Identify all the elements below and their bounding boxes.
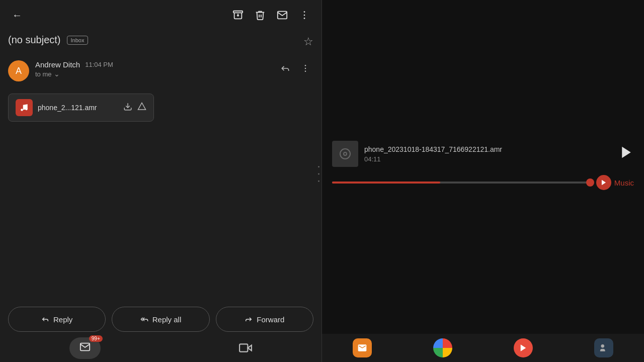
svg-point-6: [305, 68, 306, 69]
audio-progress-fill: [332, 182, 440, 184]
email-action-buttons: Reply Reply all Forward: [0, 307, 321, 332]
youtube-music-icon: [596, 175, 611, 190]
audio-info-row: phone_20231018-184317_7166922121.amr 04:…: [332, 141, 634, 167]
attachment-actions: [123, 102, 146, 114]
star-button[interactable]: ☆: [303, 35, 313, 48]
sender-name: Andrew Ditch: [35, 60, 80, 69]
archive-button[interactable]: [229, 6, 247, 24]
mail-badge: 99+: [89, 335, 103, 342]
mail-nav-icon: [79, 341, 91, 355]
svg-point-3: [304, 15, 305, 16]
attachment-drive-button[interactable]: [137, 102, 146, 114]
more-options-button[interactable]: [295, 6, 313, 24]
top-bar: ←: [0, 0, 321, 30]
email-actions: [277, 60, 313, 76]
panel-divider: • • •: [316, 166, 321, 184]
dock-gmail-icon[interactable]: [353, 338, 372, 357]
recipients-chevron[interactable]: ⌄: [54, 70, 60, 78]
attachment-area: phone_2...121.amr: [0, 85, 321, 128]
bottom-navigation: 99+: [0, 334, 321, 362]
svg-rect-13: [239, 344, 248, 351]
audio-duration: 04:11: [364, 155, 613, 163]
mark-unread-button[interactable]: [273, 6, 291, 24]
media-panel: phone_20231018-184317_7166922121.amr 04:…: [322, 0, 644, 362]
attachment-filename: phone_2...121.amr: [38, 104, 118, 112]
dock-app3-icon[interactable]: [514, 338, 533, 357]
svg-point-4: [304, 18, 305, 19]
to-label: to me: [35, 70, 52, 78]
forward-button[interactable]: Forward: [216, 307, 313, 332]
email-header: A Andrew Ditch 11:04 PM to me ⌄: [0, 56, 321, 85]
svg-point-8: [21, 109, 23, 111]
attachment-type-icon: [16, 99, 33, 116]
audio-play-button[interactable]: [619, 145, 634, 163]
svg-point-2: [304, 11, 305, 13]
reply-icon-button[interactable]: [277, 60, 293, 76]
email-subject: (no subject): [8, 34, 61, 46]
attachment-card[interactable]: phone_2...121.amr: [8, 94, 154, 122]
audio-progress-container: Music: [332, 175, 634, 190]
email-more-button[interactable]: [297, 60, 313, 76]
email-panel: ←: [0, 0, 322, 362]
audio-filename: phone_20231018-184317_7166922121.amr: [364, 145, 613, 153]
email-meta: Andrew Ditch 11:04 PM to me ⌄: [35, 60, 271, 78]
back-button[interactable]: ←: [8, 6, 26, 24]
delete-button[interactable]: [251, 6, 269, 24]
dock-app4-icon[interactable]: [594, 338, 613, 357]
reply-all-button[interactable]: Reply all: [112, 307, 209, 332]
send-time: 11:04 PM: [85, 61, 113, 68]
svg-marker-11: [138, 103, 146, 110]
video-nav-item[interactable]: [239, 341, 252, 354]
svg-marker-18: [521, 344, 526, 351]
audio-progress-bar[interactable]: [332, 182, 590, 184]
svg-marker-16: [622, 146, 631, 158]
svg-point-5: [305, 65, 306, 66]
app-dock: [322, 334, 644, 362]
forward-label: Forward: [257, 315, 284, 324]
to-row: to me ⌄: [35, 70, 271, 78]
audio-details: phone_20231018-184317_7166922121.amr 04:…: [358, 145, 619, 163]
svg-point-14: [340, 149, 350, 159]
svg-point-9: [25, 108, 28, 111]
audio-player: phone_20231018-184317_7166922121.amr 04:…: [322, 141, 644, 190]
youtube-music-logo[interactable]: Music: [596, 175, 634, 190]
youtube-music-label: Music: [614, 178, 634, 187]
sender-row: Andrew Ditch 11:04 PM: [35, 60, 271, 69]
svg-marker-12: [248, 345, 252, 351]
subject-left: (no subject) Inbox: [8, 34, 88, 46]
svg-point-19: [601, 344, 604, 347]
svg-rect-0: [233, 11, 243, 13]
mail-nav-item[interactable]: 99+: [69, 337, 101, 359]
audio-thumbnail: [332, 141, 358, 167]
svg-point-15: [344, 152, 347, 155]
subject-area: (no subject) Inbox ☆: [0, 30, 321, 56]
inbox-badge: Inbox: [67, 36, 89, 45]
svg-marker-17: [602, 180, 606, 186]
reply-button[interactable]: Reply: [8, 307, 106, 332]
dock-chrome-icon[interactable]: [433, 338, 452, 357]
top-actions: [229, 6, 313, 24]
reply-label: Reply: [53, 315, 72, 324]
reply-all-label: Reply all: [152, 315, 182, 324]
audio-progress-thumb[interactable]: [586, 178, 594, 187]
sender-avatar: A: [8, 60, 29, 81]
attachment-download-button[interactable]: [123, 102, 132, 114]
svg-point-7: [305, 71, 306, 72]
